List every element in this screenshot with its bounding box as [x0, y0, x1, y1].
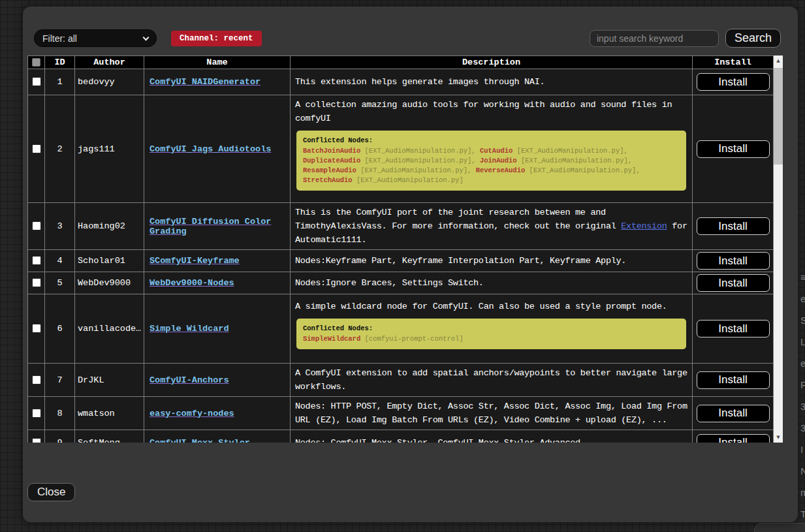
row-id: 2 [45, 95, 75, 203]
description-text: Nodes: HTTP POST, Empty Dict, Assoc Str,… [295, 399, 687, 427]
install-button[interactable]: Install [697, 434, 770, 443]
extension-name-link[interactable]: ComfyUI_Mexx_Styler [150, 438, 250, 443]
conflict-title: Conflicted Nodes: [303, 324, 680, 334]
row-install-cell: Install [693, 397, 774, 430]
extension-name-link[interactable]: ComfyUI-Anchors [150, 375, 229, 385]
row-id: 7 [45, 364, 75, 397]
row-select-cell [28, 250, 45, 272]
header-install: Install [693, 56, 774, 69]
description-text: Nodes: ComfyUI Mexx Styler, ComfyUI Mexx… [295, 436, 687, 443]
row-select-cell [28, 397, 45, 430]
row-author: Scholar01 [75, 250, 144, 272]
filter-select[interactable]: Filter: all [34, 29, 157, 47]
row-checkbox[interactable] [32, 409, 41, 418]
extension-name-link[interactable]: Simple Wildcard [150, 324, 229, 334]
row-description: A collection amazing audio tools for wor… [291, 95, 693, 203]
search-button[interactable]: Search [725, 29, 781, 48]
install-button[interactable]: Install [697, 405, 770, 422]
row-name-cell: easy-comfy-nodes [144, 397, 291, 430]
description-text: This extension helps generate images thr… [295, 75, 687, 89]
extension-name-link[interactable]: ComfyUI_Jags_Audiotools [150, 144, 271, 154]
table-row: 7 DrJKL ComfyUI-Anchors A ComfyUI extens… [28, 364, 774, 397]
conflict-warning-box: Conflicted Nodes: BatchJoinAudio [EXT_Au… [296, 131, 686, 191]
row-checkbox[interactable] [32, 438, 41, 443]
row-select-cell [28, 430, 45, 443]
table-row: 9 SoftMeng ComfyUI_Mexx_Styler Nodes: Co… [28, 430, 774, 443]
install-button[interactable]: Install [697, 217, 770, 235]
table-row: 2 jags111 ComfyUI_Jags_Audiotools A coll… [28, 95, 774, 203]
row-description: Nodes: HTTP POST, Empty Dict, Assoc Str,… [291, 397, 693, 430]
row-author: SoftMeng [75, 430, 144, 443]
description-text: A collection amazing audio tools for wor… [295, 98, 687, 125]
extension-name-link[interactable]: WebDev9000-Nodes [150, 278, 234, 288]
row-name-cell: ComfyUI_NAIDGenerator [144, 69, 291, 95]
row-description: Nodes:Ignore Braces, Settings Switch. [291, 272, 693, 294]
row-checkbox[interactable] [32, 77, 41, 86]
background-menu-button [754, 523, 805, 532]
extension-name-link[interactable]: easy-comfy-nodes [150, 409, 234, 418]
install-button[interactable]: Install [697, 274, 770, 292]
row-checkbox[interactable] [32, 375, 41, 384]
background-menu-fragments: ≡eSLeP33INmT [800, 266, 805, 527]
row-description: Nodes:Keyframe Part, Keyframe Interpolat… [291, 250, 693, 272]
conflict-title: Conflicted Nodes: [303, 136, 680, 146]
row-select-cell [28, 69, 45, 95]
row-name-cell: WebDev9000-Nodes [144, 272, 291, 294]
row-description: This extension helps generate images thr… [291, 69, 693, 95]
row-install-cell: Install [693, 69, 774, 95]
scroll-up-icon[interactable]: ▲ [774, 55, 783, 66]
channel-button[interactable]: Channel: recent [171, 31, 262, 46]
table-row: 8 wmatson easy-comfy-nodes Nodes: HTTP P… [28, 397, 774, 430]
close-button[interactable]: Close [27, 483, 75, 501]
extension-name-link[interactable]: SComfyUI-Keyframe [150, 256, 240, 266]
row-id: 9 [45, 430, 75, 443]
conflict-items: BatchJoinAudio [EXT_AudioManipulation.py… [303, 146, 680, 185]
row-author: vanillacode… [75, 294, 144, 364]
header-id: ID [45, 56, 75, 69]
table-header-row: ID Author Name Description Install [28, 56, 774, 69]
extension-name-link[interactable]: ComfyUI_NAIDGenerator [150, 77, 260, 87]
row-install-cell: Install [693, 364, 774, 397]
row-name-cell: ComfyUI_Jags_Audiotools [144, 95, 291, 203]
header-name: Name [144, 56, 291, 69]
scroll-down-icon[interactable]: ▼ [774, 432, 783, 443]
row-install-cell: Install [693, 294, 774, 364]
row-author: Haoming02 [75, 203, 144, 250]
header-select [28, 56, 45, 69]
row-checkbox[interactable] [32, 221, 41, 230]
description-text: Nodes:Ignore Braces, Settings Switch. [295, 276, 687, 290]
row-checkbox[interactable] [32, 324, 41, 333]
row-name-cell: ComfyUI-Anchors [144, 364, 291, 397]
row-name-cell: Simple Wildcard [144, 294, 291, 364]
row-description: Nodes: ComfyUI Mexx Styler, ComfyUI Mexx… [291, 430, 693, 443]
row-install-cell: Install [693, 203, 774, 250]
install-button[interactable]: Install [697, 252, 770, 270]
row-select-cell [28, 294, 45, 364]
install-button[interactable]: Install [697, 320, 770, 337]
extension-name-link[interactable]: ComfyUI Diffusion Color Grading [150, 217, 271, 236]
select-all-checkbox[interactable] [32, 58, 40, 67]
description-text: A simple wildcard node for ComfyUI. Can … [295, 300, 687, 313]
table-scrollbar[interactable]: ▲ ▼ [774, 55, 783, 443]
row-select-cell [28, 272, 45, 294]
row-install-cell: Install [693, 430, 774, 443]
table-row: 5 WebDev9000 WebDev9000-Nodes Nodes:Igno… [28, 272, 774, 294]
install-button[interactable]: Install [697, 371, 770, 389]
install-button[interactable]: Install [697, 140, 770, 158]
install-button[interactable]: Install [697, 73, 770, 91]
row-id: 6 [45, 294, 75, 364]
custom-nodes-table: ID Author Name Description Install 1 bed… [27, 55, 774, 443]
row-checkbox[interactable] [32, 256, 41, 265]
row-author: jags111 [75, 95, 144, 203]
description-text: Nodes:Keyframe Part, Keyframe Interpolat… [295, 254, 687, 268]
scrollbar-thumb[interactable] [774, 68, 783, 164]
custom-nodes-table-viewport: ID Author Name Description Install 1 bed… [27, 55, 774, 443]
row-checkbox[interactable] [32, 278, 41, 287]
search-input[interactable] [590, 30, 719, 47]
description-inline-link[interactable]: Extension [621, 221, 667, 231]
row-install-cell: Install [693, 250, 774, 272]
row-name-cell: ComfyUI_Mexx_Styler [144, 430, 291, 443]
row-id: 8 [45, 397, 75, 430]
row-checkbox[interactable] [32, 144, 41, 153]
row-select-cell [28, 203, 45, 250]
